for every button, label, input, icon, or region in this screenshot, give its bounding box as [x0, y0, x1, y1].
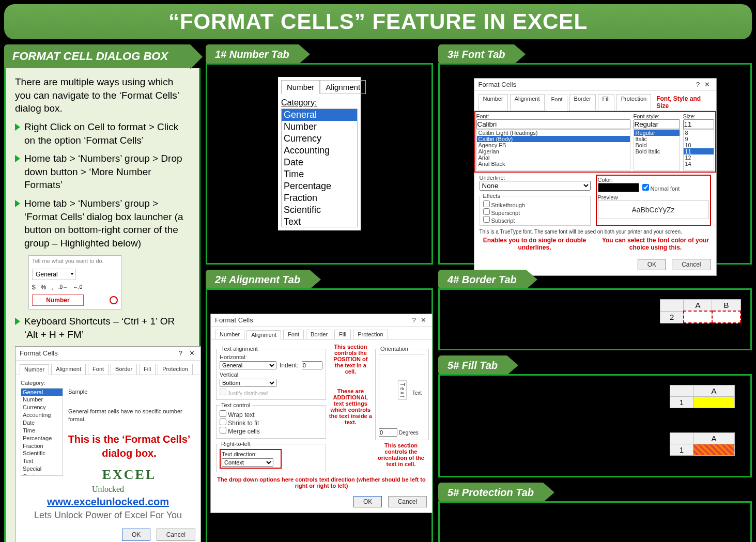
tab-fill[interactable]: Fill — [334, 330, 351, 339]
list-item[interactable]: Time — [282, 168, 357, 180]
list-item[interactable]: General — [282, 109, 357, 121]
list-item[interactable]: Algerian — [477, 148, 630, 154]
tab-alignment[interactable]: Alignment — [510, 94, 545, 111]
percent-button[interactable]: % — [41, 283, 47, 291]
color-picker[interactable] — [598, 183, 639, 192]
list-item[interactable]: Custom — [21, 473, 63, 476]
list-item[interactable]: 14 — [684, 161, 714, 167]
mock-tab-alignment[interactable]: Alignment — [320, 80, 366, 94]
currency-icon[interactable]: $ — [32, 283, 36, 291]
orientation-dial[interactable]: T e x t Text — [379, 354, 425, 426]
list-item[interactable]: Number — [21, 396, 63, 404]
list-item[interactable]: 8 — [684, 130, 714, 136]
list-item[interactable]: Percentage — [21, 435, 63, 442]
shrink-checkbox[interactable] — [220, 419, 226, 425]
tab-protection[interactable]: Protection — [158, 364, 193, 375]
tab-protection[interactable]: Protection — [616, 94, 652, 111]
degrees-input[interactable] — [379, 428, 397, 437]
list-item[interactable]: Calibri Light (Headings) — [477, 130, 630, 136]
tab-font[interactable]: Font — [283, 330, 304, 339]
decrease-decimal-button[interactable]: ←.0 — [73, 284, 82, 291]
superscript-checkbox[interactable] — [483, 208, 490, 215]
category-list[interactable]: General Number Currency Accounting Date … — [281, 109, 358, 227]
list-item[interactable]: Text — [282, 216, 357, 227]
style-input[interactable] — [634, 119, 680, 129]
direction-select[interactable]: Context — [222, 458, 273, 467]
tab-number[interactable]: Number — [479, 94, 508, 111]
list-item[interactable]: 10 — [684, 142, 714, 148]
list-item[interactable]: Accounting — [282, 145, 357, 157]
list-item[interactable]: Fraction — [21, 442, 63, 450]
list-item[interactable]: Currency — [21, 404, 63, 411]
list-item[interactable]: Bold Italic — [634, 148, 680, 154]
size-list[interactable]: 8 9 10 11 12 14 — [683, 129, 714, 171]
horizontal-select[interactable]: General — [220, 361, 276, 369]
list-item[interactable]: Arial — [477, 154, 630, 161]
tab-font[interactable]: Font — [88, 364, 109, 375]
list-item[interactable]: Agency FB — [477, 142, 630, 148]
list-item[interactable]: Accounting — [21, 411, 63, 419]
list-item[interactable]: 11 — [684, 148, 714, 154]
list-item[interactable]: Scientific — [21, 450, 63, 457]
indent-input[interactable] — [302, 361, 322, 369]
tab-fill[interactable]: Fill — [139, 364, 156, 375]
list-item[interactable]: Number — [282, 121, 357, 133]
ok-button[interactable]: OK — [353, 496, 382, 507]
merge-checkbox[interactable] — [220, 427, 226, 433]
increase-decimal-button[interactable]: .0→ — [58, 284, 68, 291]
list-item[interactable]: Date — [282, 157, 357, 168]
vertical-select[interactable]: Bottom — [220, 379, 276, 387]
cancel-button[interactable]: Cancel — [672, 259, 711, 270]
list-item[interactable]: Text — [21, 457, 63, 465]
list-item[interactable]: Fraction — [282, 192, 357, 204]
number-format-dropdown[interactable]: General — [32, 269, 76, 280]
strikethrough-checkbox[interactable] — [483, 200, 490, 207]
tab-protection[interactable]: Protection — [353, 330, 388, 339]
tab-border[interactable]: Border — [569, 94, 596, 111]
font-list[interactable]: Calibri Light (Headings) Calibri (Body) … — [476, 129, 630, 171]
subscript-checkbox[interactable] — [483, 216, 490, 223]
cancel-button[interactable]: Cancel — [157, 529, 195, 541]
close-icon[interactable]: ✕ — [187, 349, 196, 358]
list-item[interactable]: Percentage — [282, 180, 357, 192]
close-icon[interactable]: ✕ — [419, 316, 428, 324]
size-input[interactable] — [683, 119, 714, 129]
list-item[interactable]: Calibri (Body) — [477, 136, 630, 142]
list-item[interactable]: Time — [21, 427, 63, 435]
category-listbox[interactable]: General Number Currency Accounting Date … — [21, 388, 63, 476]
tab-number[interactable]: Number — [20, 364, 49, 375]
normal-font-checkbox[interactable] — [642, 184, 649, 191]
help-icon[interactable]: ? — [693, 81, 703, 88]
list-item[interactable]: Arial Black — [477, 161, 630, 167]
tab-alignment[interactable]: Alignment — [246, 330, 281, 339]
list-item[interactable]: 12 — [684, 154, 714, 161]
list-item[interactable]: General — [21, 389, 63, 396]
style-list[interactable]: Regular Italic Bold Bold Italic — [634, 129, 680, 171]
list-item[interactable]: Currency — [282, 133, 357, 145]
wrap-checkbox[interactable] — [220, 410, 226, 417]
list-item[interactable]: Bold — [634, 142, 680, 148]
ok-button[interactable]: OK — [122, 529, 150, 541]
underline-select[interactable]: None — [480, 181, 591, 191]
tell-me-box[interactable]: Tell me what you want to do. — [29, 256, 121, 267]
list-item[interactable]: Regular — [634, 130, 680, 136]
ok-button[interactable]: OK — [638, 259, 666, 270]
list-item[interactable]: Date — [21, 419, 63, 427]
tab-font[interactable]: Font — [547, 95, 567, 111]
list-item[interactable]: Italic — [634, 136, 680, 142]
list-item[interactable]: Special — [21, 465, 63, 473]
list-item[interactable]: Scientific — [282, 204, 357, 216]
cancel-button[interactable]: Cancel — [388, 496, 427, 507]
tab-border[interactable]: Border — [306, 330, 332, 339]
mock-tab-number[interactable]: Number — [281, 80, 320, 94]
tab-alignment[interactable]: Alignment — [51, 364, 86, 375]
tab-number[interactable]: Number — [215, 330, 244, 339]
tab-fill[interactable]: Fill — [598, 94, 614, 111]
tab-border[interactable]: Border — [111, 364, 137, 375]
font-input[interactable] — [476, 119, 630, 129]
close-icon[interactable]: ✕ — [703, 81, 712, 88]
website-link[interactable]: www.excelunlocked.com — [47, 496, 169, 507]
dialog-launcher-button[interactable] — [110, 296, 118, 304]
comma-button[interactable]: , — [51, 283, 53, 291]
list-item[interactable]: 9 — [684, 136, 714, 142]
